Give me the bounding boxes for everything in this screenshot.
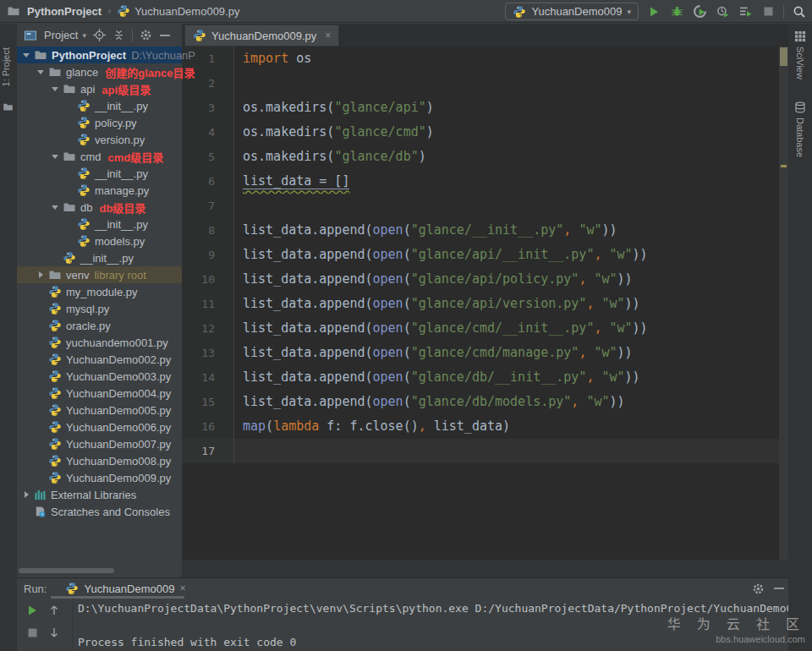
collapse-all-button[interactable] — [112, 29, 125, 41]
tree-item-label: YuchuanDemo002.py — [66, 353, 171, 366]
code-line[interactable]: 3os.makedirs("glance/api") — [182, 96, 788, 120]
tree-row[interactable]: __init__.py — [17, 216, 182, 232]
tree-arrow-spacer — [36, 287, 45, 296]
project-view-selector[interactable]: Project — [44, 29, 78, 41]
warning-stripe-mark[interactable] — [781, 165, 787, 167]
code-line[interactable]: 1import os — [182, 46, 788, 71]
down-stacktrace-button[interactable] — [46, 624, 63, 641]
libraries-icon — [34, 489, 47, 501]
search-everywhere-button[interactable] — [792, 4, 807, 19]
scrollbar-thumb[interactable] — [780, 47, 787, 66]
folder-icon — [34, 48, 47, 62]
tree-row[interactable]: dbdb级目录 — [17, 199, 182, 216]
settings-gear-icon[interactable] — [140, 29, 152, 41]
run-button[interactable] — [646, 4, 661, 19]
tree-row[interactable]: yuchuandemo001.py — [17, 334, 182, 351]
tree-row[interactable]: oracle.py — [17, 317, 182, 334]
code-editor[interactable]: 1import os23os.makedirs("glance/api")4os… — [182, 46, 788, 560]
close-icon[interactable]: × — [179, 583, 185, 594]
tree-row[interactable]: YuchuanDemo006.py — [17, 418, 182, 435]
tree-expand-arrow-icon[interactable] — [51, 152, 59, 161]
tree-row[interactable]: YuchuanDemo003.py — [17, 368, 182, 385]
tree-row[interactable]: YuchuanDemo007.py — [17, 435, 182, 452]
tree-row[interactable]: __init__.py — [17, 165, 182, 182]
tree-row[interactable]: __init__.py — [17, 249, 182, 266]
tree-row[interactable]: PythonProjectD:\YuchuanP — [17, 46, 182, 63]
up-stacktrace-button[interactable] — [46, 602, 63, 619]
tree-row[interactable]: YuchuanDemo004.py — [17, 385, 182, 402]
run-configuration-select[interactable]: YuchuanDemo009 ▾ — [505, 3, 639, 20]
editor-bottom-gap — [182, 560, 788, 577]
code-line[interactable]: 11list_data.append(open("glance/api/vers… — [182, 292, 788, 316]
console-output[interactable]: D:\YuchuanProjectData\PythonProject\venv… — [78, 600, 788, 651]
hide-panel-button[interactable] — [773, 583, 785, 594]
tool-window-sciview-button[interactable]: SciView — [794, 30, 806, 79]
hide-panel-button[interactable] — [159, 30, 171, 41]
tree-row[interactable]: External Libraries — [17, 486, 182, 503]
tree-row[interactable]: models.py — [17, 232, 182, 249]
tree-row[interactable]: __init__.py — [17, 97, 182, 114]
tree-arrow-spacer — [65, 237, 74, 245]
code-text — [234, 71, 243, 96]
code-line[interactable]: 17 — [182, 439, 788, 463]
tool-window-database-button[interactable]: Database — [794, 101, 806, 157]
tree-row[interactable]: apiapi级目录 — [17, 80, 182, 97]
tree-row[interactable]: YuchuanDemo005.py — [17, 402, 182, 418]
tree-row[interactable]: Scratches and Consoles — [17, 503, 182, 520]
code-line[interactable]: 12list_data.append(open("glance/cmd/__in… — [182, 316, 788, 341]
tool-window-project-button[interactable]: 1: Project — [1, 47, 11, 86]
tree-expand-arrow-icon[interactable] — [51, 203, 59, 211]
rerun-button[interactable] — [24, 602, 41, 619]
project-tool-icon[interactable] — [3, 101, 14, 112]
console-line — [78, 617, 788, 634]
project-tree: PythonProjectD:\YuchuanPglance创建的glance目… — [17, 46, 182, 520]
tree-row[interactable]: policy.py — [17, 114, 182, 131]
breadcrumb-project[interactable]: PythonProject — [27, 5, 102, 18]
tree-row[interactable]: manage.py — [17, 182, 182, 199]
code-line[interactable]: 2 — [182, 71, 788, 96]
profiler-button[interactable] — [715, 4, 730, 19]
chevron-down-icon[interactable]: ▾ — [82, 31, 86, 40]
code-line[interactable]: 7 — [182, 194, 788, 218]
python-file-icon — [48, 319, 62, 332]
tree-row[interactable]: YuchuanDemo008.py — [17, 452, 182, 469]
tree-expand-arrow-icon[interactable] — [36, 271, 45, 279]
code-line[interactable]: 5os.makedirs("glance/db") — [182, 145, 788, 169]
tree-row[interactable]: my_module.py — [17, 283, 182, 300]
tree-row[interactable]: glance创建的glance目录 — [17, 63, 182, 80]
tree-row[interactable]: YuchuanDemo002.py — [17, 351, 182, 368]
code-line[interactable]: 8list_data.append(open("glance/__init__.… — [182, 218, 788, 243]
tree-row[interactable]: venvlibrary root — [17, 266, 182, 283]
close-icon[interactable]: × — [325, 30, 331, 41]
tree-row[interactable]: cmdcmd级目录 — [17, 148, 182, 165]
debug-button[interactable] — [669, 4, 684, 19]
code-line[interactable]: 14list_data.append(open("glance/db/__ini… — [182, 365, 788, 390]
code-line[interactable]: 13list_data.append(open("glance/cmd/mana… — [182, 341, 788, 365]
code-line[interactable]: 10list_data.append(open("glance/api/poli… — [182, 267, 788, 292]
editor-scrollbar[interactable] — [779, 46, 788, 560]
code-line[interactable]: 6list_data = [] — [182, 169, 788, 194]
horizontal-scrollbar[interactable] — [19, 568, 114, 573]
editor-tab-active[interactable]: YuchuanDemo009.py × — [184, 25, 339, 46]
code-line[interactable]: 16map(lambda f: f.close(), list_data) — [182, 414, 788, 439]
folder-icon — [63, 150, 76, 163]
tree-item-label: __init__.py — [95, 167, 148, 180]
code-line[interactable]: 15list_data.append(open("glance/db/model… — [182, 390, 788, 414]
settings-gear-icon[interactable] — [752, 583, 765, 595]
run-concurrency-button[interactable] — [738, 4, 753, 19]
tree-row[interactable]: YuchuanDemo009.py — [17, 469, 182, 486]
locate-file-button[interactable] — [93, 29, 106, 41]
tree-expand-arrow-icon[interactable] — [22, 51, 30, 59]
python-file-icon — [77, 116, 91, 129]
breadcrumb-file[interactable]: YuchuanDemo009.py — [134, 5, 239, 18]
tree-row[interactable]: version.py — [17, 131, 182, 148]
tree-row[interactable]: mysql.py — [17, 300, 182, 317]
python-file-icon — [48, 454, 62, 468]
run-with-coverage-button[interactable] — [692, 4, 707, 19]
code-line[interactable]: 9list_data.append(open("glance/api/__ini… — [182, 243, 788, 267]
tree-expand-arrow-icon[interactable] — [22, 490, 30, 499]
code-line[interactable]: 4os.makedirs("glance/cmd") — [182, 120, 788, 145]
tree-expand-arrow-icon[interactable] — [36, 68, 45, 76]
tree-item-suffix: library root — [94, 269, 145, 282]
tree-expand-arrow-icon[interactable] — [51, 85, 59, 93]
